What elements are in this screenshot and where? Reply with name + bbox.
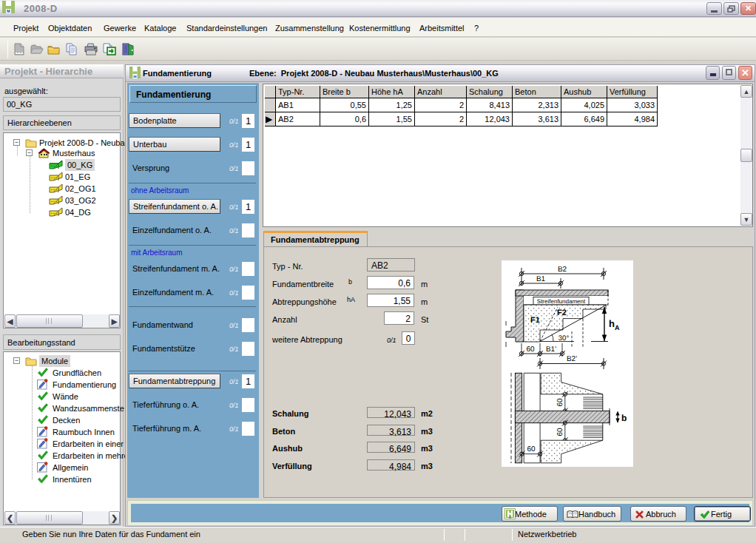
svg-text:м: м [133, 74, 137, 78]
svg-text:B2': B2' [567, 355, 577, 363]
svg-text:F2: F2 [557, 308, 567, 317]
svg-text:A: A [615, 324, 620, 331]
svg-text:M: M [509, 516, 511, 519]
svg-text:B1: B1 [536, 275, 546, 283]
svg-text:60: 60 [556, 398, 564, 407]
svg-text:h: h [609, 318, 615, 329]
svg-text:60: 60 [527, 445, 536, 453]
svg-text:60: 60 [526, 345, 535, 354]
svg-text:м: м [7, 8, 10, 13]
svg-text:60: 60 [556, 428, 564, 436]
svg-text:B1': B1' [546, 345, 556, 354]
svg-text:F1: F1 [530, 316, 540, 325]
svg-text:b: b [621, 413, 627, 423]
svg-text:30°: 30° [558, 334, 570, 343]
svg-text:B2: B2 [558, 266, 567, 274]
svg-text:Streifenfundament: Streifenfundament [537, 298, 586, 305]
